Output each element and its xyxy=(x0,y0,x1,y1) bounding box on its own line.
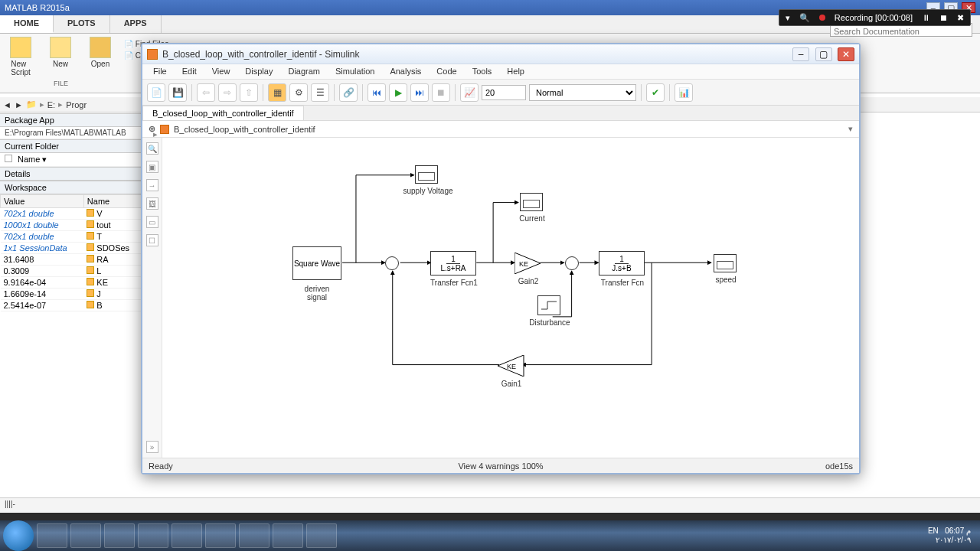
block-speed-scope[interactable] xyxy=(714,254,737,272)
sim-minimize-button[interactable]: – xyxy=(792,47,809,61)
canvas-palette: 🔍 ▣ → 🖼 ▭ ☐ » xyxy=(142,138,162,458)
status-warnings[interactable]: View 4 warnings 100% xyxy=(458,461,543,471)
taskbar-app-rec2[interactable] xyxy=(273,523,303,548)
menu-help[interactable]: Help xyxy=(499,64,532,79)
palette-zoom-icon[interactable]: 🔍 xyxy=(146,142,158,155)
rec-zoom-icon[interactable]: 🔍 xyxy=(799,13,810,23)
save-model-button[interactable]: 💾 xyxy=(168,83,187,102)
open-button[interactable]: Open xyxy=(84,37,116,90)
rec-delete-icon[interactable]: ✖ xyxy=(957,13,964,23)
workspace-hdr[interactable]: Workspace xyxy=(0,181,142,194)
simulink-canvas[interactable]: Square Wave deriven signal 1 L.s+RA Tran… xyxy=(162,138,859,458)
taskbar-app-matlab1[interactable] xyxy=(239,523,270,548)
package-app-hdr[interactable]: Package App xyxy=(0,113,142,127)
library-browser-button[interactable]: ▦ xyxy=(268,83,286,102)
simulink-breadcrumb[interactable]: ⊕ B_closed_loop_with_controller_identif … xyxy=(142,121,859,138)
step-back-button[interactable]: ⏮ xyxy=(368,83,386,102)
model-config-button[interactable]: ⚙ xyxy=(289,83,308,102)
simulink-window: B_closed_loop_with_controller_identif - … xyxy=(141,43,861,474)
block-sum2[interactable] xyxy=(565,256,579,270)
sim-close-button[interactable]: ✕ xyxy=(838,47,854,61)
ws-col-name[interactable]: Name xyxy=(83,195,142,208)
current-folder-hdr[interactable]: Current Folder xyxy=(0,139,142,153)
stop-sim-button[interactable]: ⏹ xyxy=(432,83,450,102)
menu-analysis[interactable]: Analysis xyxy=(382,64,429,79)
forward-button[interactable]: ⇨ xyxy=(218,83,237,102)
simulink-tabs: B_closed_loop_with_controller_identif xyxy=(142,106,859,121)
new-model-button[interactable]: 📄 xyxy=(147,83,165,102)
rec-tool-icon[interactable]: ▾ xyxy=(786,13,790,23)
start-button[interactable] xyxy=(3,520,34,551)
ribbon-group-file: FILE xyxy=(54,80,68,87)
workspace-table[interactable]: Value Name 702x1 doubleV 1000x1 doubleto… xyxy=(0,194,142,311)
back-button[interactable]: ⇦ xyxy=(197,83,215,102)
menu-view[interactable]: View xyxy=(204,64,238,79)
block-gain1[interactable]: KE xyxy=(498,355,525,377)
details-hdr[interactable]: Details xyxy=(0,167,142,181)
block-gain2[interactable]: KE xyxy=(514,253,542,274)
tab-home[interactable]: HOME xyxy=(0,15,54,33)
taskbar-app-media[interactable] xyxy=(104,523,135,548)
stop-time-input[interactable] xyxy=(482,85,526,100)
model-tab[interactable]: B_closed_loop_with_controller_identif xyxy=(142,106,304,120)
taskbar-app-moviemaker[interactable] xyxy=(172,523,202,548)
menu-diagram[interactable]: Diagram xyxy=(280,64,328,79)
system-tray[interactable]: EN 06:07 م ٢٠١٧/٠٢/٠٩ xyxy=(922,527,977,545)
block-sum1[interactable] xyxy=(385,256,399,270)
ws-col-value[interactable]: Value xyxy=(1,195,84,208)
record-button[interactable]: 📈 xyxy=(460,83,479,102)
block-current-scope[interactable] xyxy=(520,193,543,211)
current-folder-namecol[interactable]: Name ▾ xyxy=(0,153,142,167)
block-square-wave[interactable]: Square Wave xyxy=(292,246,341,280)
link-button[interactable]: 🔗 xyxy=(339,83,358,102)
simulation-mode-select[interactable]: Normal xyxy=(529,84,636,101)
menu-tools[interactable]: Tools xyxy=(465,64,500,79)
rec-stop-icon[interactable]: ⏹ xyxy=(939,13,948,22)
palette-arrow-icon[interactable]: → xyxy=(146,179,158,191)
tab-plots[interactable]: PLOTS xyxy=(54,15,110,33)
taskbar-app-ie[interactable] xyxy=(37,523,67,548)
step-forward-button[interactable]: ⏭ xyxy=(410,83,429,102)
windows-taskbar[interactable]: EN 06:07 م ٢٠١٧/٠٢/٠٩ xyxy=(0,520,980,551)
taskbar-app-matlab2[interactable] xyxy=(306,523,337,548)
nav-back-icon[interactable]: ◄ xyxy=(3,100,11,109)
taskbar-app-explorer[interactable] xyxy=(70,523,101,548)
menu-code[interactable]: Code xyxy=(429,64,464,79)
matlab-statusbar: ||||- xyxy=(0,497,980,513)
palette-more-icon[interactable]: » xyxy=(146,441,158,453)
tray-lang[interactable]: EN xyxy=(928,527,939,535)
palette-image-icon[interactable]: 🖼 xyxy=(146,197,158,210)
build-button[interactable]: ✔ xyxy=(646,83,665,102)
tab-apps[interactable]: APPS xyxy=(110,15,162,33)
new-icon xyxy=(50,37,71,58)
menu-simulation[interactable]: Simulation xyxy=(328,64,382,79)
folder-icon[interactable]: 📁 xyxy=(26,99,37,109)
palette-fit-icon[interactable]: ▣ xyxy=(146,161,158,173)
label-gain1: Gain1 xyxy=(498,380,525,388)
menu-edit[interactable]: Edit xyxy=(175,64,204,79)
model-explorer-button[interactable]: ☰ xyxy=(311,83,329,102)
palette-empty-icon[interactable]: ☐ xyxy=(146,234,158,246)
search-documentation-input[interactable] xyxy=(831,27,972,36)
block-transfer-fcn1[interactable]: 1 L.s+RA xyxy=(430,251,476,276)
simulink-statusbar: Ready View 4 warnings 100% ode15s xyxy=(142,458,859,473)
nav-fwd-icon[interactable]: ► xyxy=(15,100,23,109)
sim-maximize-button[interactable]: ▢ xyxy=(815,47,832,61)
taskbar-app-chrome[interactable] xyxy=(138,523,168,548)
simulink-titlebar[interactable]: B_closed_loop_with_controller_identif - … xyxy=(142,44,859,64)
advisor-button[interactable]: 📊 xyxy=(675,83,693,102)
rec-pause-icon[interactable]: ⏸ xyxy=(922,13,930,22)
taskbar-app-rec1[interactable] xyxy=(205,523,236,548)
up-button[interactable]: ⇧ xyxy=(240,83,258,102)
run-button[interactable]: ▶ xyxy=(389,83,407,102)
new-script-button[interactable]: New Script xyxy=(5,37,37,90)
menu-display[interactable]: Display xyxy=(237,64,280,79)
breadcrumb-dropdown-icon[interactable]: ▾ xyxy=(848,124,853,134)
palette-rect-icon[interactable]: ▭ xyxy=(146,216,158,228)
block-transfer-fcn[interactable]: 1 J.s+B xyxy=(599,251,645,276)
block-disturbance[interactable] xyxy=(537,295,560,315)
recording-bar[interactable]: ▾ 🔍 Recording [00:00:08] ⏸ ⏹ ✖ xyxy=(779,9,971,26)
ws-row: 0.3009L xyxy=(1,266,142,277)
block-supply-voltage-scope[interactable] xyxy=(415,165,438,184)
menu-file[interactable]: File xyxy=(145,64,175,79)
